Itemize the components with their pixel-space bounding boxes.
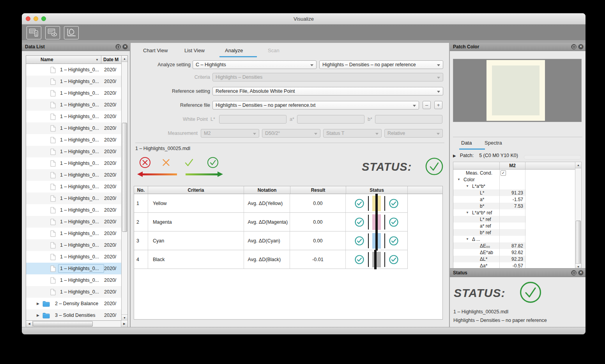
scroll-down-icon[interactable]: ▼: [122, 315, 127, 321]
close-panel-icon[interactable]: ✕: [122, 44, 128, 49]
reference-file-select[interactable]: Highlights – Densities – no paper refere…: [212, 101, 419, 110]
patch-data-row[interactable]: a*-1.57: [453, 196, 526, 203]
data-list-file-row[interactable]: 1 – Highlights_0... 2020/: [26, 204, 122, 216]
collapse-arrow-icon[interactable]: ▼: [466, 237, 470, 241]
data-list-file-row[interactable]: 1 – Highlights_0... 2020/: [26, 111, 122, 122]
patch-data-row[interactable]: Meas. Cond.✓: [453, 170, 526, 176]
data-list-file-row[interactable]: 1 – Highlights_0... 2020/: [26, 87, 122, 99]
horizontal-scrollbar[interactable]: ◀ ▶: [26, 320, 127, 327]
patch-data-row[interactable]: ΔE*ab92.62: [453, 249, 526, 256]
results-column-header[interactable]: No.: [134, 186, 148, 194]
tab-data[interactable]: Data: [461, 140, 472, 146]
scroll-left-icon[interactable]: ◀: [26, 321, 33, 327]
data-list-file-row[interactable]: 1 – Highlights_0... 2020/: [26, 146, 122, 157]
scroll-up-icon[interactable]: ▲: [575, 162, 581, 168]
collapse-arrow-icon[interactable]: ▼: [466, 211, 470, 214]
close-panel-icon[interactable]: ✕: [578, 44, 584, 49]
patch-selector-row[interactable]: ▶ Patch: 5 (C0 M0 Y10 K0): [453, 153, 518, 158]
zoom-window-button[interactable]: [41, 16, 46, 21]
analyze-setting-select[interactable]: C – Highlights: [193, 60, 317, 69]
patch-data-row[interactable]: ▼L*a*b* ref: [453, 209, 526, 216]
reference-setting-value: Reference File, Absolute White Point: [216, 88, 295, 94]
result-row[interactable]: 2 Magenta Avg. ΔD(Magenta) 0.00: [134, 213, 408, 231]
undock-panel-icon[interactable]: [115, 44, 121, 49]
meas-cond-checkbox[interactable]: ✓: [501, 170, 506, 176]
data-list-file-row[interactable]: 1 – Highlights_0... 2020/: [26, 216, 122, 228]
vertical-scroll-thumb[interactable]: [576, 221, 581, 265]
file-name: 1 – Highlights_0...: [58, 65, 104, 74]
results-column-header[interactable]: Criteria: [148, 186, 244, 194]
tab-spectra[interactable]: Spectra: [485, 140, 502, 146]
data-list-file-row[interactable]: 1 – Highlights_0... 2020/: [26, 122, 122, 134]
patch-data-row[interactable]: ▼Color: [453, 176, 526, 183]
data-list-file-row[interactable]: 1 – Highlights_0... 2020/: [26, 274, 122, 286]
undock-panel-icon[interactable]: [571, 44, 577, 49]
data-list-folder-row[interactable]: ▶ 3 – Solid Densities 2020/: [26, 309, 122, 320]
data-list-file-row[interactable]: 1 – Highlights_0... 2020/: [26, 286, 122, 298]
data-list-file-row[interactable]: 1 – Highlights_0... 2020/: [26, 251, 122, 263]
reference-setting-select[interactable]: Reference File, Absolute White Point: [212, 87, 443, 95]
data-list-file-row[interactable]: 1 – Highlights_0... 2020/: [26, 169, 122, 181]
scroll-right-icon[interactable]: ▶: [121, 321, 127, 327]
close-window-button[interactable]: [26, 16, 30, 21]
scroll-up-icon[interactable]: ▲: [122, 56, 127, 62]
patch-data-row[interactable]: b* ref: [453, 229, 526, 236]
data-list-file-row[interactable]: 1 – Highlights_0... 2020/: [26, 181, 122, 193]
patch-slider[interactable]: [524, 155, 581, 159]
collapse-arrow-icon[interactable]: ▼: [457, 178, 461, 181]
name-column-header[interactable]: Name ▼: [26, 56, 101, 64]
data-list-file-row[interactable]: 1 – Highlights_0... 2020/: [26, 64, 122, 76]
document-icon: [50, 102, 56, 108]
disclosure-arrow-icon[interactable]: ▶: [453, 154, 456, 158]
vertical-scroll-thumb[interactable]: [122, 123, 127, 232]
results-column-header[interactable]: Status: [346, 186, 408, 194]
data-list-file-row[interactable]: 1 – Highlights_0... 2020/: [26, 157, 122, 169]
tab-scan[interactable]: Scan: [268, 48, 280, 53]
patch-data-row[interactable]: ▼Δ ...: [453, 236, 526, 242]
gamut-chart-button[interactable]: [64, 26, 79, 39]
patch-data-row[interactable]: ▼L*a*b*: [453, 183, 526, 189]
data-list-file-row[interactable]: 1 – Highlights_0... 2020/: [26, 239, 122, 251]
new-measurement-button[interactable]: [27, 26, 41, 39]
disclosure-arrow-icon[interactable]: ▶: [37, 302, 41, 306]
scroll-down-icon[interactable]: ▼: [575, 263, 581, 268]
title-bar[interactable]: Visualize: [22, 13, 586, 25]
date-column-header[interactable]: Date M: [101, 56, 122, 64]
data-list-file-row[interactable]: 1 – Highlights_0... 2020/: [26, 193, 122, 204]
patch-data-row[interactable]: ΔE₀₀87.82: [453, 242, 526, 249]
vertical-scrollbar[interactable]: ▲ ▼: [575, 162, 581, 268]
patch-data-row[interactable]: L* ref: [453, 216, 526, 223]
remove-reference-button[interactable]: –: [423, 101, 431, 109]
vertical-scrollbar[interactable]: ▲ ▼: [121, 56, 127, 321]
result-row[interactable]: 1 Yellow Avg. ΔD(Yellow) 0.00: [134, 194, 408, 213]
collapse-arrow-icon[interactable]: ▼: [466, 184, 470, 188]
result-row[interactable]: 3 Cyan Avg. ΔD(Cyan) 0.00: [134, 231, 408, 250]
tab-analyze[interactable]: Analyze: [225, 48, 243, 53]
data-list-file-row[interactable]: 1 – Highlights_0... 2020/: [26, 99, 122, 111]
results-column-header[interactable]: Result: [290, 186, 346, 194]
view-measurement-button[interactable]: [45, 26, 60, 39]
disclosure-arrow-icon[interactable]: ▶: [37, 313, 41, 317]
data-list-file-row[interactable]: 1 – Highlights_0... 2020/: [26, 263, 122, 274]
file-name: 1 – Highlights_0...: [58, 112, 104, 121]
tab-list-view[interactable]: List View: [184, 48, 205, 53]
data-list-folder-row[interactable]: ▶ 2 – Density Balance 2020/: [26, 298, 122, 309]
undock-panel-icon[interactable]: [571, 270, 577, 276]
tab-chart-view[interactable]: Chart View: [143, 48, 168, 53]
result-row[interactable]: 4 Black Avg. ΔD(Black) -0.01: [134, 250, 408, 269]
m2-column-header[interactable]: M2: [500, 162, 525, 169]
horizontal-scroll-thumb[interactable]: [33, 321, 93, 327]
close-panel-icon[interactable]: ✕: [578, 270, 584, 276]
patch-data-row[interactable]: Δa*-0.57: [453, 262, 526, 268]
patch-data-row[interactable]: L*91.23: [453, 189, 526, 196]
data-list-file-row[interactable]: 1 – Highlights_0... 2020/: [26, 228, 122, 239]
results-column-header[interactable]: Notation: [244, 186, 290, 194]
analyze-setting-select-2[interactable]: Highlights – Densities – no paper refere…: [319, 60, 443, 69]
patch-data-row[interactable]: a* ref: [453, 223, 526, 229]
data-list-file-row[interactable]: 1 – Highlights_0... 2020/: [26, 134, 122, 146]
patch-data-row[interactable]: b*7.53: [453, 203, 526, 209]
patch-data-row[interactable]: ΔL*92.23: [453, 256, 526, 262]
minimize-window-button[interactable]: [34, 16, 38, 21]
data-list-file-row[interactable]: 1 – Highlights_0... 2020/: [26, 76, 122, 87]
add-reference-button[interactable]: +: [434, 101, 442, 109]
